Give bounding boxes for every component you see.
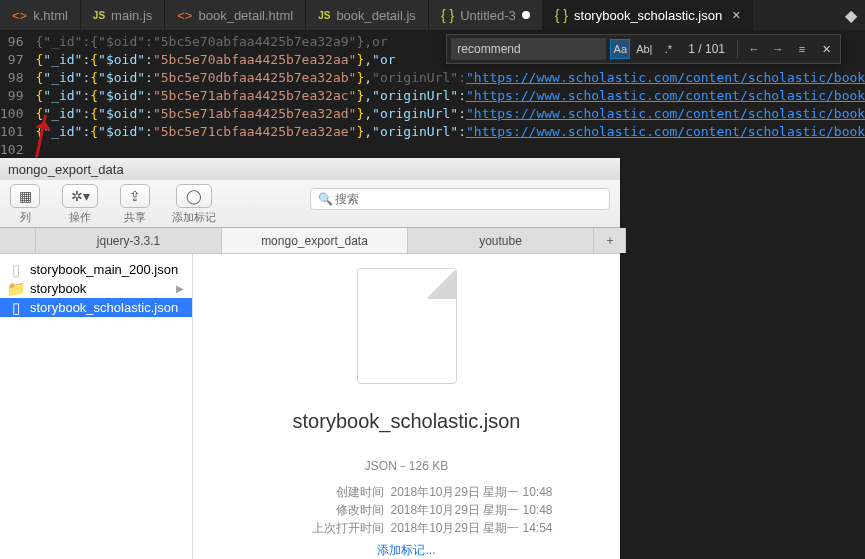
finder-tab-mongo[interactable]: mongo_export_data <box>222 228 408 253</box>
meta-label: 修改时间 <box>260 501 390 519</box>
modified-dot-icon <box>522 11 530 19</box>
add-tags-link[interactable]: 添加标记... <box>260 541 552 559</box>
find-prev-button[interactable]: ← <box>744 39 764 59</box>
file-icon: ▯ <box>8 262 24 278</box>
tab-label: storybook_scholastic.json <box>574 8 722 23</box>
line-num: 100 <box>0 105 23 123</box>
tab-untitled3[interactable]: { } Untitled-3 <box>429 0 543 30</box>
tab-bookdetailhtml[interactable]: <> book_detail.html <box>165 0 306 30</box>
finder-tab-new[interactable]: ＋ <box>594 228 626 253</box>
meta-label: 上次打开时间 <box>260 519 390 537</box>
preview-kind: JSON－126 KB <box>260 457 552 475</box>
list-item-selected[interactable]: ▯ storybook_scholastic.json <box>0 298 192 317</box>
find-close-button[interactable]: ✕ <box>816 39 836 59</box>
editor-tabs: <> k.html JS main.js <> book_detail.html… <box>0 0 865 31</box>
json-icon: { } <box>555 7 568 23</box>
meta-value: 2018年10月29日 星期一 14:54 <box>390 519 552 537</box>
line-num: 102 <box>0 141 23 159</box>
finder-tabs: jquery-3.3.1 mongo_export_data youtube ＋ <box>0 228 620 254</box>
file-name: storybook_scholastic.json <box>30 300 178 315</box>
line-gutter: 96 97 98 99 100 101 102 <box>0 33 35 161</box>
find-selection-button[interactable]: ≡ <box>792 39 812 59</box>
tab-label: Untitled-3 <box>460 8 516 23</box>
find-count: 1 / 101 <box>682 42 731 56</box>
toolbar-label: 操作 <box>69 210 91 225</box>
tab-storybookjson[interactable]: { } storybook_scholastic.json × <box>543 0 754 30</box>
finder-window: mongo_export_data ▦ 列 ✲▾ 操作 ⇪ 共享 ◯ 添加标记 … <box>0 158 620 559</box>
finder-preview: storybook_scholastic.json JSON－126 KB 创建… <box>193 254 620 559</box>
finder-tab-jquery[interactable]: jquery-3.3.1 <box>36 228 222 253</box>
folder-icon: 📁 <box>8 281 24 297</box>
json-icon: { } <box>441 7 454 23</box>
toolbar-label: 共享 <box>124 210 146 225</box>
meta-value: 2018年10月29日 星期一 10:48 <box>390 483 552 501</box>
share-button[interactable]: ⇪ <box>120 184 150 208</box>
find-bar: Aa Ab| .* 1 / 101 ← → ≡ ✕ <box>446 34 841 64</box>
finder-tab-collapsed[interactable] <box>0 228 36 253</box>
list-item[interactable]: ▯ storybook_main_200.json <box>0 260 192 279</box>
find-next-button[interactable]: → <box>768 39 788 59</box>
tab-label: main.js <box>111 8 152 23</box>
finder-titlebar[interactable]: mongo_export_data <box>0 158 620 180</box>
line-num: 97 <box>0 51 23 69</box>
tab-label: book_detail.js <box>336 8 416 23</box>
toolbar-label: 列 <box>20 210 31 225</box>
arrange-button[interactable]: ▦ <box>10 184 40 208</box>
action-button[interactable]: ✲▾ <box>62 184 98 208</box>
extension-icon[interactable]: ◆ <box>845 6 857 25</box>
line-num: 101 <box>0 123 23 141</box>
line-num: 98 <box>0 69 23 87</box>
window-title: mongo_export_data <box>8 162 124 177</box>
file-icon: ▯ <box>8 300 24 316</box>
preview-filename: storybook_scholastic.json <box>293 410 521 433</box>
finder-toolbar: ▦ 列 ✲▾ 操作 ⇪ 共享 ◯ 添加标记 🔍 <box>0 180 620 228</box>
regex-button[interactable]: .* <box>658 39 678 59</box>
tab-khtml[interactable]: <> k.html <box>0 0 81 30</box>
file-thumbnail-icon <box>357 268 457 384</box>
list-item[interactable]: 📁 storybook ▶ <box>0 279 192 298</box>
folder-name: storybook <box>30 281 86 296</box>
tab-mainjs[interactable]: JS main.js <box>81 0 165 30</box>
tag-button[interactable]: ◯ <box>176 184 212 208</box>
html-icon: <> <box>177 8 192 23</box>
line-num: 96 <box>0 33 23 51</box>
line-num: 99 <box>0 87 23 105</box>
finder-tab-youtube[interactable]: youtube <box>408 228 594 253</box>
match-case-button[interactable]: Aa <box>610 39 630 59</box>
tab-label: book_detail.html <box>198 8 293 23</box>
file-name: storybook_main_200.json <box>30 262 178 277</box>
meta-label: 创建时间 <box>260 483 390 501</box>
tab-bookdetailjs[interactable]: JS book_detail.js <box>306 0 429 30</box>
tab-label: k.html <box>33 8 68 23</box>
js-icon: JS <box>318 10 330 21</box>
html-icon: <> <box>12 8 27 23</box>
finder-search-input[interactable] <box>310 188 610 210</box>
whole-word-button[interactable]: Ab| <box>634 39 654 59</box>
chevron-right-icon: ▶ <box>176 283 184 294</box>
js-icon: JS <box>93 10 105 21</box>
tab-overflow: ◆ <box>753 0 865 30</box>
finder-column: ▯ storybook_main_200.json 📁 storybook ▶ … <box>0 254 193 559</box>
find-input[interactable] <box>451 38 606 60</box>
meta-value: 2018年10月29日 星期一 10:48 <box>390 501 552 519</box>
toolbar-label: 添加标记 <box>172 210 216 225</box>
search-icon: 🔍 <box>318 192 333 206</box>
close-icon[interactable]: × <box>732 7 740 23</box>
